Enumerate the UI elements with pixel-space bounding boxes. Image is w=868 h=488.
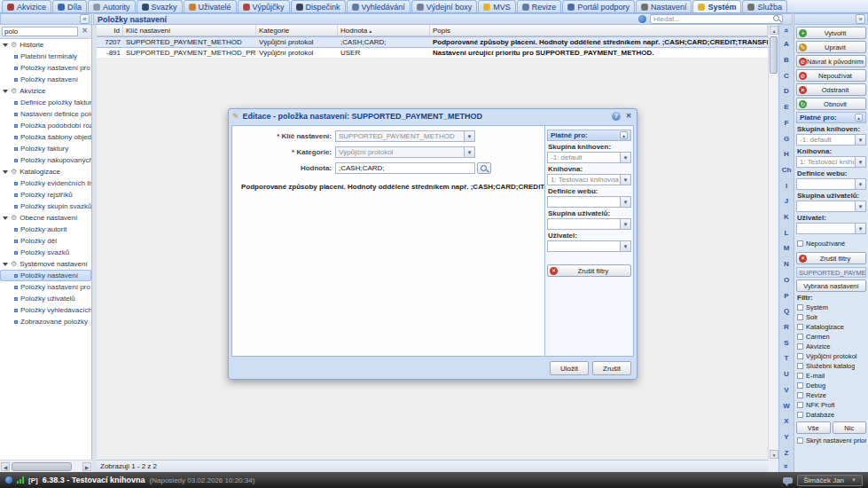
- tab-uzivatele[interactable]: Uživatelé: [184, 0, 237, 12]
- scrollbar-thumb[interactable]: [770, 36, 778, 74]
- tab-revize[interactable]: Revize: [517, 0, 562, 12]
- tab-system[interactable]: Systém: [692, 0, 741, 12]
- category-filter-checkbox[interactable]: Katalogizace: [796, 322, 866, 332]
- tree-node[interactable]: ⚙ Systémové nastavení: [0, 258, 91, 270]
- scroll-down-icon[interactable]: ▼: [770, 450, 778, 459]
- alphabet-letter[interactable]: X: [779, 413, 794, 429]
- table-row[interactable]: -891 SUPPORTED_PAYMENT_METHOD_PRIORITY V…: [97, 48, 768, 59]
- tree-node[interactable]: ⚙ Nastavení definice položky faktury: [0, 108, 91, 120]
- tab-mvs[interactable]: MVS: [478, 0, 516, 12]
- tree-node[interactable]: ⚙ Zobrazované položky: [0, 316, 91, 327]
- lookup-button[interactable]: [477, 162, 491, 174]
- uzivatel-select[interactable]: ▾: [547, 240, 631, 252]
- tree-node[interactable]: ⚙ Položka šablony objednávky: [0, 131, 91, 143]
- user-menu-button[interactable]: Šimáček Jan ▼: [797, 475, 863, 486]
- search-input[interactable]: [650, 14, 783, 24]
- alphabet-letter[interactable]: R: [779, 319, 794, 335]
- tab-nastaveni[interactable]: Nastavení: [636, 0, 692, 12]
- scroll-right-icon[interactable]: ▶: [82, 462, 91, 471]
- tab-sluzba[interactable]: Služba: [742, 0, 787, 12]
- tab-vyhledavani[interactable]: Vyhledávání: [347, 0, 411, 12]
- alphabet-letter[interactable]: L: [779, 224, 794, 240]
- alphabet-letter[interactable]: Z: [779, 445, 794, 460]
- alphabet-letter[interactable]: J: [779, 193, 794, 209]
- tree-node[interactable]: ⚙ Položky nastavení pro zařízení: [0, 62, 91, 74]
- scroll-left-icon[interactable]: ◀: [1, 462, 10, 471]
- tree-node[interactable]: ⚙ Položky nastavení pro zařízení: [0, 281, 91, 293]
- clear-filter-icon[interactable]: ✕: [80, 27, 90, 36]
- tab-vydejni-boxy[interactable]: Výdejní boxy: [411, 0, 478, 12]
- clear-filters-button[interactable]: ✕ Zrušit filtry: [796, 252, 866, 264]
- alphabet-letter[interactable]: A: [779, 36, 794, 52]
- alphabet-letter[interactable]: Q: [779, 303, 794, 319]
- alphabet-letter[interactable]: N: [779, 256, 794, 272]
- edit-button[interactable]: ✎ Upravit: [796, 41, 866, 53]
- refresh-button[interactable]: ↻ Obnovit: [796, 98, 866, 110]
- column-header-key[interactable]: Klíč nastavení: [123, 25, 256, 35]
- column-header-category[interactable]: Kategorie: [256, 25, 338, 35]
- alphabet-letter[interactable]: S: [779, 335, 794, 350]
- tree-node[interactable]: ⚙ Definice položky faktury: [0, 97, 91, 108]
- category-filter-checkbox[interactable]: Revize: [796, 390, 866, 400]
- alphabet-letter[interactable]: M: [779, 240, 794, 256]
- tree-node[interactable]: ⚙ Položky rejstříků: [0, 189, 91, 201]
- tree-node[interactable]: ⚙ Položky děl: [0, 235, 91, 247]
- tree-node[interactable]: ⚙ Položky uživatelů: [0, 293, 91, 304]
- revert-button[interactable]: ⊘ Návrat k původnímu: [796, 55, 866, 67]
- column-header-id[interactable]: Id: [97, 25, 123, 35]
- tree-node[interactable]: ⚙ Položky nastavení: [0, 74, 91, 85]
- collapse-right-icon[interactable]: »: [856, 14, 865, 24]
- category-filter-checkbox[interactable]: Služební katalog: [796, 361, 866, 371]
- alphabet-letter[interactable]: F: [779, 115, 794, 131]
- tree-node[interactable]: ⚙ Položky svazků: [0, 247, 91, 258]
- category-filter-checkbox[interactable]: Databáze: [796, 410, 866, 420]
- tab-vypujcky[interactable]: Výpůjčky: [238, 0, 290, 12]
- collapse-up-icon[interactable]: ▴: [855, 114, 863, 122]
- alphabet-letter[interactable]: T: [779, 350, 794, 366]
- tree-node[interactable]: ⚙ Položky nakupovaných děl: [0, 154, 91, 166]
- category-filter-checkbox[interactable]: Debug: [796, 381, 866, 390]
- table-row[interactable]: 7207 SUPPORTED_PAYMENT_METHOD Výpůjční p…: [97, 36, 768, 48]
- disable-button[interactable]: ⊘ Nepoužívat: [796, 69, 866, 82]
- close-icon[interactable]: ✕: [624, 112, 633, 121]
- alphabet-letter[interactable]: Ch: [779, 162, 794, 178]
- create-button[interactable]: + Vytvořit: [796, 27, 866, 39]
- category-filter-checkbox[interactable]: Akvizice: [796, 342, 866, 351]
- alphabet-letter[interactable]: O: [779, 272, 794, 288]
- alphabet-letter[interactable]: V: [779, 382, 794, 397]
- tree-node[interactable]: ⚙ Historie: [0, 39, 91, 51]
- tree-node[interactable]: ⚙ Akvizice: [0, 85, 91, 97]
- selected-settings-button[interactable]: Vybraná nastavení: [796, 279, 866, 292]
- collapse-up-icon[interactable]: ▴: [620, 131, 628, 139]
- alphabet-letter[interactable]: C: [779, 67, 794, 83]
- skupina-knihoven-select[interactable]: -1: default ▾: [547, 152, 631, 163]
- tab-autority[interactable]: Autority: [88, 0, 136, 12]
- column-header-value[interactable]: Hodnota ▴: [338, 25, 430, 35]
- category-filter-checkbox[interactable]: Systém: [796, 303, 866, 312]
- key-select[interactable]: SUPPORTED_PAYMENT_METHOD ▾: [335, 130, 475, 142]
- column-header-desc[interactable]: Popis: [430, 25, 768, 35]
- tab-dila[interactable]: Díla: [52, 0, 87, 12]
- alphabet-letter[interactable]: H: [779, 146, 794, 162]
- dialog-title-bar[interactable]: ✎ Editace - položka nastavení: SUPPORTED…: [229, 109, 637, 123]
- alphabet-letter[interactable]: Y: [779, 429, 794, 445]
- tab-svazky[interactable]: Svazky: [137, 0, 183, 12]
- category-filter-checkbox[interactable]: E-mail: [796, 371, 866, 381]
- select-all-button[interactable]: Vše: [796, 421, 831, 434]
- collapse-left-icon[interactable]: «: [80, 14, 90, 24]
- jump-to-bottom-icon[interactable]: «: [779, 460, 794, 472]
- alphabet-letter[interactable]: I: [779, 177, 794, 193]
- category-filter-checkbox[interactable]: Solr: [796, 312, 866, 322]
- uzivatel-select[interactable]: ▾: [796, 223, 866, 234]
- delete-button[interactable]: ✕ Odstranit: [796, 83, 866, 96]
- knihovna-select[interactable]: 1: Testovací knihovna ▾: [547, 174, 631, 185]
- help-icon[interactable]: ?: [612, 112, 621, 121]
- category-filter-checkbox[interactable]: Výpůjční protokol: [796, 351, 866, 361]
- tree-node[interactable]: ⚙ Položky nastavení: [0, 270, 91, 281]
- tab-akvizice[interactable]: Akvizice: [2, 0, 51, 12]
- cancel-button[interactable]: Zrušit: [592, 361, 631, 375]
- tree-node[interactable]: ⚙ Položky skupin svazků: [0, 201, 91, 212]
- definice-webu-select[interactable]: ▾: [796, 178, 866, 190]
- tree-node[interactable]: ⚙ Položky faktury: [0, 143, 91, 154]
- sidebar-horizontal-scrollbar[interactable]: ◀ ▶: [0, 460, 92, 472]
